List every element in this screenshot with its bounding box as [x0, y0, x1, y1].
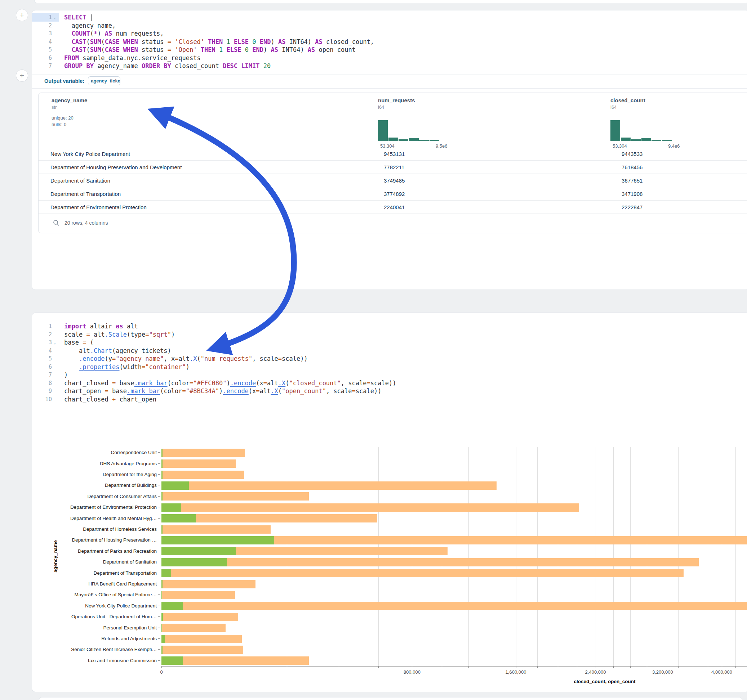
- y-axis-tick: [158, 638, 160, 639]
- code-line[interactable]: 3⌄base = (: [32, 338, 747, 347]
- open-count-bar: [162, 624, 162, 632]
- gridline: [663, 447, 663, 666]
- code-line[interactable]: 4 CAST(SUM(CASE WHEN status = 'Closed' T…: [32, 38, 747, 46]
- open-count-bar: [162, 602, 183, 610]
- python-cell-card: 1import altair as alt2scale = alt.Scale(…: [32, 312, 747, 692]
- code-line[interactable]: 6FROM sample_data.nyc.service_requests: [32, 54, 747, 62]
- x-axis-tick: [663, 667, 663, 668]
- closed-count-bar: [162, 558, 699, 566]
- collapse-chevron-icon[interactable]: ⌄: [52, 15, 57, 20]
- table-row[interactable]: Department of Housing Preservation and D…: [39, 160, 747, 174]
- cell-divider: [32, 74, 747, 75]
- altair-chart-output: Correspondence UnitDHS Advantage Program…: [32, 447, 747, 692]
- column-header[interactable]: agency_namestrunique: 20nulls: 0: [51, 97, 87, 128]
- y-axis-label: Department of Environmental Protection: [70, 504, 157, 510]
- y-axis-label: Mayorâ€ s Office of Special Enforce…: [74, 592, 157, 597]
- output-variable-label: Output variable:: [44, 78, 84, 84]
- closed-count-bar: [162, 635, 242, 643]
- table-row[interactable]: Department of Environmental Protection22…: [39, 200, 747, 214]
- line-number-gutter: 6: [32, 363, 59, 371]
- y-axis-label: Department of Homeless Services: [83, 527, 157, 532]
- table-row[interactable]: Department of Transportation377489234719…: [39, 187, 747, 201]
- gridline: [613, 447, 614, 666]
- code-line[interactable]: 7): [32, 371, 747, 379]
- line-number-gutter: 7: [32, 62, 59, 70]
- column-header[interactable]: closed_counti6453,3049.4e6: [611, 97, 646, 110]
- x-axis-line: [162, 666, 747, 667]
- line-number-gutter: 5: [32, 355, 59, 363]
- code-line[interactable]: 1import altair as alt: [32, 322, 747, 330]
- python-code-editor[interactable]: 1import altair as alt2scale = alt.Scale(…: [32, 322, 747, 403]
- open-count-bar: [162, 656, 183, 665]
- y-axis-label: Department of Consumer Affairs: [87, 493, 157, 499]
- text-cursor: [91, 14, 92, 21]
- x-axis-tick: [722, 667, 722, 668]
- y-axis-tick: [158, 463, 160, 464]
- y-axis-label: New York City Police Department: [85, 603, 157, 608]
- gridline: [287, 447, 287, 666]
- x-axis-tick: [577, 667, 577, 668]
- x-axis-tick-label: 2,400,000: [585, 669, 606, 675]
- code-line[interactable]: 9chart_open = base.mark_bar(color="#8BC3…: [32, 387, 747, 395]
- y-axis-label: Operations Unit - Department of Hom…: [71, 614, 157, 619]
- closed-count-bar: [162, 591, 235, 599]
- add-cell-button-output[interactable]: +: [16, 69, 28, 82]
- closed-count-bar: [162, 492, 309, 501]
- search-icon[interactable]: [53, 220, 59, 226]
- x-axis-tick: [537, 667, 538, 668]
- open-count-bar: [162, 569, 171, 577]
- y-axis-label: HRA Benefit Card Replacement: [88, 581, 157, 587]
- line-number-gutter: 9: [32, 387, 59, 395]
- x-axis-tick-label: 800,000: [404, 669, 420, 675]
- x-axis-title: closed_count, open_count: [574, 679, 635, 684]
- code-line[interactable]: 1⌄SELECT: [32, 13, 747, 22]
- code-line[interactable]: 2scale = alt.Scale(type="sqrt"): [32, 330, 747, 339]
- table-row[interactable]: New York City Police Department945313194…: [39, 147, 747, 161]
- line-number-gutter: 3⌄: [32, 338, 59, 347]
- x-axis-tick: [613, 667, 614, 668]
- column-header[interactable]: num_requestsi6453,3049.5e6: [378, 97, 415, 110]
- code-line[interactable]: 7GROUP BY agency_name ORDER BY closed_co…: [32, 62, 747, 70]
- line-number-gutter: 2: [32, 330, 59, 339]
- y-axis-tick: [158, 485, 160, 486]
- x-axis-tick-label: 3,200,000: [652, 669, 673, 675]
- line-number-gutter: 4: [32, 38, 59, 46]
- table-footer: 20 rows, 4 columns: [39, 213, 747, 233]
- closed-count-bar: [162, 525, 271, 534]
- code-line[interactable]: 6 .properties(width="container"): [32, 363, 747, 371]
- line-number-gutter: 1⌄: [32, 13, 59, 22]
- next-cell-top-edge: [39, 697, 742, 700]
- line-number-gutter: 4: [32, 347, 59, 355]
- open-count-bar: [162, 459, 163, 468]
- x-axis-tick: [287, 667, 287, 668]
- gridline: [693, 447, 693, 666]
- gridline: [678, 447, 679, 666]
- x-axis-tick: [412, 667, 412, 668]
- x-axis-tick: [469, 667, 469, 668]
- x-axis-tick: [708, 667, 708, 668]
- add-cell-button-top[interactable]: +: [16, 9, 28, 21]
- code-line[interactable]: 2 agency_name,: [32, 22, 747, 30]
- output-variable-input[interactable]: agency_tickets: [88, 76, 120, 85]
- line-number-gutter: 7: [32, 371, 59, 379]
- code-line[interactable]: 8chart_closed = base.mark_bar(color="#FF…: [32, 379, 747, 388]
- gridline: [735, 447, 736, 666]
- closed-count-bar: [162, 569, 683, 577]
- altair-plot-area[interactable]: [162, 447, 747, 666]
- code-line[interactable]: 5 .encode(y="agency_name", x=alt.X("num_…: [32, 355, 747, 363]
- table-row[interactable]: Department of Sanitation37494853677651: [39, 173, 747, 187]
- x-axis-tick: [339, 667, 339, 668]
- code-line[interactable]: 5 CAST(SUM(CASE WHEN status = 'Open' THE…: [32, 46, 747, 54]
- code-line[interactable]: 4 alt.Chart(agency_tickets): [32, 347, 747, 355]
- open-count-bar: [162, 525, 163, 534]
- gridline: [493, 447, 493, 666]
- gridline: [722, 447, 722, 666]
- code-line[interactable]: 3 COUNT(*) AS num_requests,: [32, 30, 747, 38]
- open-count-bar: [162, 558, 227, 566]
- y-axis-label: Department of Transportation: [93, 570, 157, 575]
- code-line[interactable]: 10chart_closed + chart_open: [32, 395, 747, 404]
- sql-code-editor[interactable]: 1⌄SELECT 2 agency_name,3 COUNT(*) AS num…: [32, 13, 747, 70]
- collapse-chevron-icon[interactable]: ⌄: [52, 340, 57, 345]
- line-number-gutter: 10: [32, 395, 59, 404]
- open-count-bar: [162, 481, 189, 490]
